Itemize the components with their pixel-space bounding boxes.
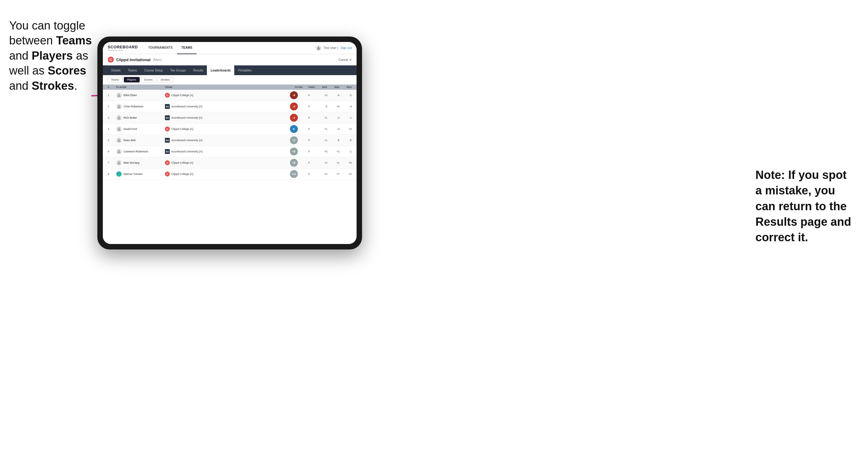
rd1-rich: +1 <box>315 116 328 119</box>
name-cameron: Cameron Robertson <box>124 150 148 153</box>
rd1-david: +1 <box>315 127 328 130</box>
signout-link[interactable]: Sign out <box>340 46 352 50</box>
logo-text: SCOREBOARD <box>108 45 138 49</box>
tab-course-setup[interactable]: Course Setup <box>141 65 166 75</box>
tab-details[interactable]: Details <box>108 65 124 75</box>
rd2-marcus: +7 <box>328 173 340 176</box>
team-marcus: C Clippd College [A] <box>165 172 285 177</box>
rank-6: 6 <box>108 150 116 153</box>
avatar-marcus <box>116 171 122 177</box>
name-rees: Rees Britt <box>124 139 136 142</box>
total-elliot: -8 <box>285 91 303 99</box>
top-nav: SCOREBOARD Powered by clippd TOURNAMENTS… <box>103 42 356 54</box>
rd3-blair: +6 <box>340 161 352 164</box>
table-row: 6 Cameron Robertson SU Scoreboard Univer… <box>103 146 356 157</box>
nav-links: TOURNAMENTS TEAMS <box>144 42 316 54</box>
svg-point-4 <box>118 116 120 118</box>
cancel-button[interactable]: Cancel ✕ <box>339 58 352 61</box>
rd3-rees: E <box>340 139 352 142</box>
tab-printables[interactable]: Printables <box>234 65 255 75</box>
rd3-chris: -4 <box>340 105 352 108</box>
tab-leaderboards[interactable]: Leaderboards <box>207 65 234 75</box>
thru-elliot: F <box>303 94 315 97</box>
rd2-rich: -2 <box>328 116 340 119</box>
team-cameron: SU Scoreboard University [A] <box>165 149 285 154</box>
rd1-chris: -5 <box>315 105 328 108</box>
thru-chris: F <box>303 105 315 108</box>
rd3-david: +3 <box>340 127 352 130</box>
total-cameron: +6 <box>285 148 303 155</box>
header-rank: # <box>108 86 116 89</box>
player-blair: Blair McHarg <box>116 160 165 165</box>
player-chris: Chris Robertson <box>116 104 165 109</box>
tab-teams[interactable]: Teams <box>124 65 141 75</box>
player-marcus: Marcus Turners <box>116 171 165 177</box>
svg-point-3 <box>118 105 120 107</box>
tab-nav: Details Teams Course Setup Tee Groups Re… <box>103 65 356 75</box>
avatar-chris <box>116 104 122 109</box>
rd1-elliot: +3 <box>315 94 328 97</box>
rd1-marcus: +2 <box>315 173 328 176</box>
table-row: 1 Elliot Ebert C Clippd College [A] -8 F… <box>103 90 356 101</box>
avatar-elliot <box>116 92 122 98</box>
leaderboard-table: # PLAYER TEAM TOTAL THRU RD1 RD2 RD3 1 E… <box>103 85 356 244</box>
nav-teams[interactable]: TEAMS <box>177 42 197 54</box>
tournament-subtitle: (Men) <box>153 58 162 61</box>
avatar-cameron <box>116 149 122 154</box>
user-label: Test User | <box>324 46 338 50</box>
svg-point-7 <box>118 150 120 152</box>
header-rd3: RD3 <box>340 86 352 89</box>
tab-tee-groups[interactable]: Tee Groups <box>166 65 190 75</box>
team-chris: SU Scoreboard University [A] <box>165 104 285 109</box>
rd3-marcus: +2 <box>340 173 352 176</box>
name-david: David Ford <box>124 127 137 130</box>
toggle-teams[interactable]: Teams <box>108 77 123 83</box>
header-rd1: RD1 <box>315 86 328 89</box>
avatar-david <box>116 126 122 132</box>
svg-point-8 <box>118 161 120 163</box>
rd1-blair: +2 <box>315 161 328 164</box>
team-david: C Clippd College [A] <box>165 127 285 131</box>
toggle-players[interactable]: Players <box>124 77 140 83</box>
rd3-cameron: -1 <box>340 150 352 153</box>
logo-area: SCOREBOARD Powered by clippd <box>108 45 138 51</box>
thru-rees: F <box>303 139 315 142</box>
thru-blair: F <box>303 161 315 164</box>
toggle-scores[interactable]: Scores <box>141 77 156 83</box>
team-blair: C Clippd College [A] <box>165 160 285 165</box>
table-row: 4 David Ford C Clippd College [A] E F +1… <box>103 124 356 135</box>
device-frame: SCOREBOARD Powered by clippd TOURNAMENTS… <box>97 36 362 249</box>
total-rich: -2 <box>285 114 303 122</box>
team-logo-scoreboard: SU <box>165 104 170 109</box>
rd2-rees: E <box>328 139 340 142</box>
total-blair: +8 <box>285 159 303 167</box>
rd2-blair: +1 <box>328 161 340 164</box>
rank-2: 2 <box>108 105 116 108</box>
player-david: David Ford <box>116 126 165 132</box>
svg-point-2 <box>118 94 120 96</box>
total-marcus: +11 <box>285 170 303 178</box>
total-chris: -4 <box>285 102 303 111</box>
device-screen: SCOREBOARD Powered by clippd TOURNAMENTS… <box>103 42 356 244</box>
total-rees: +1 <box>285 136 303 144</box>
rd2-elliot: -6 <box>328 94 340 97</box>
team-rees: SU Scoreboard University [A] <box>165 138 285 143</box>
tab-results[interactable]: Results <box>190 65 207 75</box>
header-player: PLAYER <box>116 86 165 89</box>
name-elliot: Elliot Ebert <box>124 94 137 97</box>
toggle-strokes[interactable]: Strokes <box>157 77 174 83</box>
avatar-rich <box>116 115 122 121</box>
team-rich: SU Scoreboard University [A] <box>165 115 285 120</box>
rd1-cameron: +5 <box>315 150 328 153</box>
thru-rich: F <box>303 116 315 119</box>
tournament-name: Clippd Invitational <box>116 58 151 62</box>
header-rd2: RD2 <box>328 86 340 89</box>
nav-tournaments[interactable]: TOURNAMENTS <box>144 42 177 54</box>
team-logo-su-rich: SU <box>165 115 170 120</box>
rd1-rees: +1 <box>315 139 328 142</box>
rd3-elliot: -5 <box>340 94 352 97</box>
tournament-header: C Clippd Invitational (Men) Cancel ✕ <box>103 54 356 65</box>
table-header: # PLAYER TEAM TOTAL THRU RD1 RD2 RD3 <box>103 85 356 90</box>
table-row: 3 Rich Butler SU Scoreboard University [… <box>103 112 356 124</box>
table-row: 5 Rees Britt SU Scoreboard University [A… <box>103 135 356 146</box>
